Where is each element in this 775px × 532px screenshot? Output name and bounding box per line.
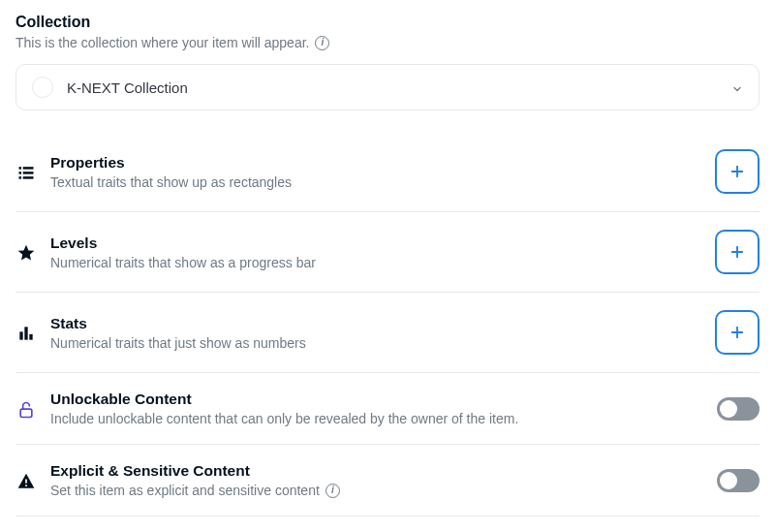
svg-rect-12 bbox=[24, 327, 27, 339]
chevron-down-icon bbox=[731, 81, 743, 93]
collection-select[interactable]: K-NEXT Collection bbox=[16, 64, 760, 110]
svg-rect-11 bbox=[19, 331, 22, 339]
explicit-desc: Set this item as explicit and sensitive … bbox=[50, 483, 703, 498]
list-icon bbox=[16, 161, 37, 182]
unlockable-toggle[interactable] bbox=[717, 397, 760, 421]
svg-rect-4 bbox=[23, 172, 34, 174]
warning-icon bbox=[16, 470, 37, 491]
explicit-toggle[interactable] bbox=[717, 469, 760, 492]
stats-row: Stats Numerical traits that just show as… bbox=[16, 293, 760, 373]
svg-marker-8 bbox=[18, 245, 35, 261]
add-stats-button[interactable] bbox=[715, 310, 760, 355]
svg-rect-3 bbox=[23, 167, 34, 170]
svg-rect-17 bbox=[25, 479, 27, 483]
collection-thumbnail bbox=[32, 77, 53, 98]
svg-rect-18 bbox=[25, 485, 27, 486]
add-properties-button[interactable] bbox=[715, 149, 760, 194]
unlockable-desc: Include unlockable content that can only… bbox=[50, 411, 703, 426]
collection-select-label: K-NEXT Collection bbox=[67, 79, 188, 96]
levels-title: Levels bbox=[50, 235, 701, 252]
unlockable-row: Unlockable Content Include unlockable co… bbox=[16, 373, 760, 445]
star-icon bbox=[16, 241, 37, 263]
unlockable-title: Unlockable Content bbox=[50, 391, 703, 408]
explicit-row: Explicit & Sensitive Content Set this it… bbox=[16, 445, 760, 516]
svg-rect-13 bbox=[29, 334, 32, 340]
collection-heading: Collection bbox=[16, 14, 760, 31]
bar-chart-icon bbox=[16, 322, 37, 343]
explicit-desc-text: Set this item as explicit and sensitive … bbox=[50, 483, 320, 498]
stats-title: Stats bbox=[50, 315, 701, 332]
info-icon[interactable]: i bbox=[326, 484, 340, 498]
collection-subtext: This is the collection where your item w… bbox=[16, 35, 760, 50]
svg-rect-2 bbox=[19, 176, 22, 179]
svg-rect-0 bbox=[19, 167, 22, 170]
properties-title: Properties bbox=[50, 154, 701, 172]
levels-desc: Numerical traits that show as a progress… bbox=[50, 255, 701, 270]
svg-rect-1 bbox=[19, 172, 22, 174]
svg-rect-16 bbox=[20, 409, 32, 417]
svg-rect-5 bbox=[23, 176, 34, 179]
properties-desc: Textual traits that show up as rectangle… bbox=[50, 174, 701, 190]
unlock-icon bbox=[16, 398, 37, 420]
levels-row: Levels Numerical traits that show as a p… bbox=[16, 212, 760, 293]
explicit-title: Explicit & Sensitive Content bbox=[50, 462, 703, 480]
collection-subtext-label: This is the collection where your item w… bbox=[16, 35, 309, 50]
properties-row: Properties Textual traits that show up a… bbox=[16, 132, 760, 212]
add-levels-button[interactable] bbox=[715, 230, 760, 274]
stats-desc: Numerical traits that just show as numbe… bbox=[50, 335, 701, 351]
info-icon[interactable]: i bbox=[315, 36, 329, 50]
